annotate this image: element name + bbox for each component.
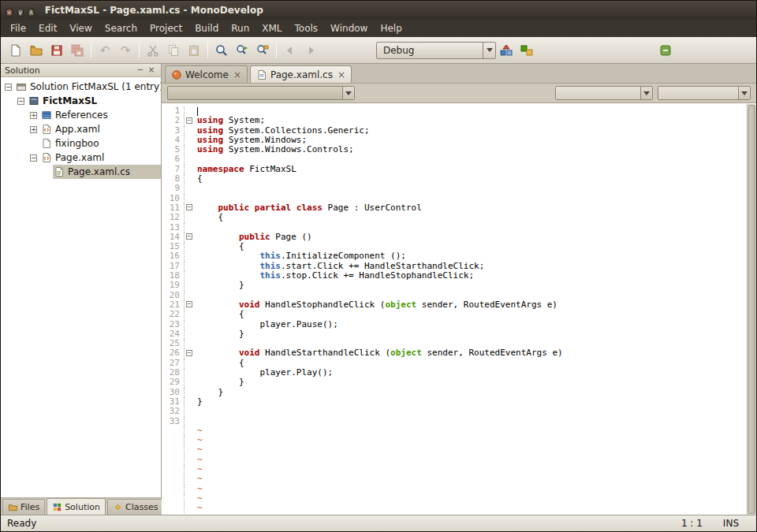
error-list-toggle-button[interactable] (655, 40, 676, 61)
fold-collapse-icon[interactable]: − (186, 117, 192, 124)
tree-item-page-xaml-cs[interactable]: Page.xaml.cs (1, 165, 161, 179)
menu-help[interactable]: Help (374, 21, 408, 35)
find-next-button[interactable] (232, 40, 252, 61)
code-line[interactable]: 19 } (162, 281, 747, 290)
open-button[interactable] (26, 40, 47, 61)
line-number[interactable]: 12 (162, 213, 184, 222)
line-number[interactable]: 29 (162, 378, 184, 387)
line-number[interactable]: 23 (162, 320, 184, 329)
tree-item-solution-fictmaxsl-1-entry[interactable]: −Solution FictMaxSL (1 entry) (1, 80, 161, 94)
line-number[interactable]: 22 (162, 310, 184, 319)
save-all-button[interactable] (67, 40, 88, 61)
code-line[interactable]: 32 (162, 407, 747, 416)
pad-tab-classes[interactable]: Classes (107, 499, 163, 515)
tree-item-page-xaml[interactable]: −Page.xaml (1, 151, 161, 165)
line-number[interactable]: 16 (162, 251, 184, 261)
find-in-files-button[interactable] (252, 40, 273, 61)
empty-line[interactable]: ~ (162, 426, 747, 436)
pin-icon[interactable]: − (135, 65, 146, 76)
text-editor[interactable]: 12−using System;3using System.Collection… (162, 104, 747, 515)
empty-line[interactable]: ~ (162, 436, 747, 445)
expand-icon[interactable]: + (30, 112, 37, 119)
line-number[interactable]: 7 (162, 165, 184, 174)
tree-item-fictmaxsl[interactable]: −FictMaxSL (1, 94, 161, 108)
menu-xml[interactable]: XML (255, 21, 288, 35)
code-line[interactable]: 23 player.Pause(); (162, 320, 747, 329)
scrollbar-thumb[interactable] (748, 105, 755, 514)
line-number[interactable]: 3 (162, 126, 184, 136)
line-number[interactable]: 5 (162, 145, 184, 154)
code-line[interactable]: 30 } (162, 388, 747, 397)
code-line[interactable]: 5using System.Windows.Controls; (162, 145, 747, 154)
undo-button[interactable]: ↶ (95, 40, 115, 61)
expand-icon[interactable]: + (30, 126, 37, 133)
document-tab-welcome[interactable]: Welcome× (165, 65, 248, 83)
line-number[interactable]: 4 (162, 136, 184, 145)
menu-run[interactable]: Run (225, 21, 255, 35)
fold-collapse-icon[interactable]: − (186, 350, 192, 356)
code-line[interactable]: 14− public Page () (162, 233, 747, 242)
type-navigation-combo[interactable] (555, 86, 653, 100)
menu-view[interactable]: View (63, 21, 98, 35)
minimize-button[interactable]: ∨ (17, 8, 24, 17)
empty-line[interactable]: ~ (162, 474, 747, 484)
save-button[interactable] (47, 40, 67, 61)
code-line[interactable]: 11− public partial class Page : UserCont… (162, 203, 747, 213)
fold-collapse-icon[interactable]: − (186, 301, 192, 307)
search-button[interactable] (211, 40, 232, 61)
configuration-selector[interactable]: Debug (376, 42, 496, 59)
line-number[interactable]: 9 (162, 184, 184, 193)
line-number[interactable]: 13 (162, 223, 184, 233)
close-button[interactable]: × (6, 8, 13, 17)
new-file-button[interactable] (6, 40, 26, 61)
menu-search[interactable]: Search (99, 21, 144, 35)
maximize-button[interactable]: ∧ (28, 8, 35, 17)
cut-button[interactable] (143, 40, 163, 61)
code-line[interactable]: 28 player.Play(); (162, 368, 747, 378)
close-icon[interactable]: × (233, 70, 241, 80)
paste-button[interactable] (184, 40, 204, 61)
pad-tab-solution[interactable]: Solution (47, 498, 106, 515)
menu-tools[interactable]: Tools (289, 21, 325, 35)
line-number[interactable]: 33 (162, 417, 184, 426)
member-navigation-combo[interactable] (658, 86, 751, 100)
code-line[interactable]: 21− void HandleStophandleClick (object s… (162, 300, 747, 310)
code-line[interactable]: 12 { (162, 213, 747, 222)
line-number[interactable]: 8 (162, 174, 184, 184)
fold-collapse-icon[interactable]: − (186, 204, 192, 210)
navigate-forward-button[interactable] (300, 40, 321, 61)
empty-line[interactable]: ~ (162, 485, 747, 494)
code-line[interactable]: 18 this.stop.Click += HandleStophandleCl… (162, 271, 747, 281)
line-number[interactable]: 32 (162, 407, 184, 416)
menu-file[interactable]: File (4, 21, 32, 35)
code-line[interactable]: 8{ (162, 174, 747, 184)
region-navigation-combo[interactable] (167, 86, 355, 100)
code-line[interactable]: 29 } (162, 378, 747, 387)
close-icon[interactable]: × (146, 65, 157, 76)
line-number[interactable]: 26 (162, 348, 184, 358)
vertical-scrollbar[interactable] (747, 104, 756, 515)
close-icon[interactable]: × (337, 70, 345, 80)
empty-line[interactable]: ~ (162, 494, 747, 504)
tree-item-app-xaml[interactable]: +App.xaml (1, 122, 161, 136)
code-line[interactable]: 24 } (162, 329, 747, 339)
code-line[interactable]: 33 (162, 417, 747, 426)
code-line[interactable]: 9 (162, 184, 747, 193)
empty-line[interactable]: ~ (162, 465, 747, 474)
pad-tab-files[interactable]: Files (2, 499, 45, 515)
empty-line[interactable]: ~ (162, 504, 747, 513)
code-line[interactable]: 26− void HandleStarthandleClick (object … (162, 348, 747, 358)
copy-button[interactable] (163, 40, 184, 61)
run-debug-button[interactable] (516, 40, 537, 61)
line-number[interactable]: 19 (162, 281, 184, 290)
menu-build[interactable]: Build (188, 21, 225, 35)
line-number[interactable]: 2 (162, 116, 184, 125)
code-line[interactable]: 7namespace FictMaxSL (162, 165, 747, 174)
menu-project[interactable]: Project (144, 21, 188, 35)
titlebar[interactable]: ×∨∧ FictMaxSL - Page.xaml.cs - MonoDevel… (1, 1, 756, 20)
empty-line[interactable]: ~ (162, 445, 747, 455)
document-tab-page-xaml-cs[interactable]: Page.xaml.cs× (250, 65, 352, 83)
code-line[interactable]: 31} (162, 397, 747, 407)
redo-button[interactable]: ↷ (115, 40, 136, 61)
menu-window[interactable]: Window (324, 21, 374, 35)
